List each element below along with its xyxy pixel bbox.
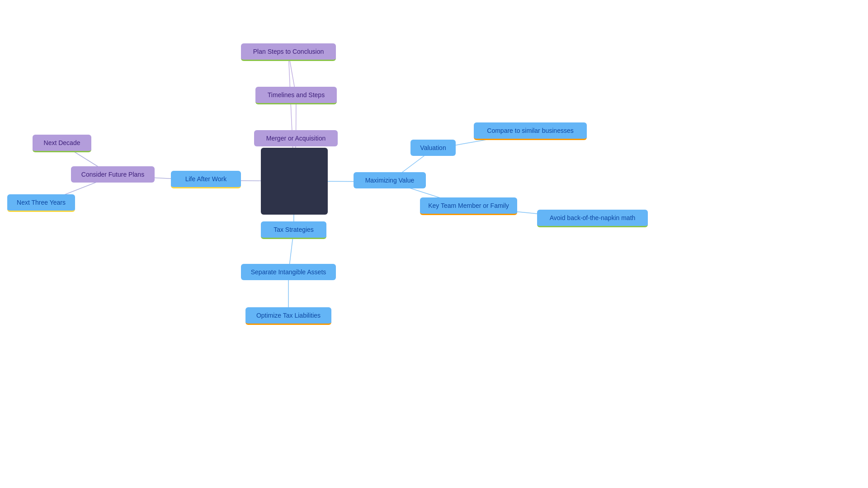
node-label-avoid-napkin: Avoid back-of-the-napkin math	[550, 214, 636, 221]
node-label-consider-future: Consider Future Plans	[81, 171, 144, 178]
node-label-tax-strategies: Tax Strategies	[274, 226, 314, 233]
node-label-next-decade: Next Decade	[44, 139, 80, 146]
node-label-optimize-tax: Optimize Tax Liabilities	[256, 312, 321, 319]
node-label-life-after-work: Life After Work	[185, 175, 227, 183]
node-label-plan-steps: Plan Steps to Conclusion	[253, 48, 324, 55]
node-optimize-tax[interactable]: Optimize Tax Liabilities	[245, 307, 331, 325]
mindmap-container: Plan Steps to ConclusionTimelines and St…	[0, 0, 868, 488]
node-avoid-napkin[interactable]: Avoid back-of-the-napkin math	[537, 210, 648, 227]
node-consider-future[interactable]: Consider Future Plans	[71, 166, 155, 183]
center-node[interactable]	[261, 148, 328, 215]
node-timelines[interactable]: Timelines and Steps	[255, 87, 337, 104]
node-tax-strategies[interactable]: Tax Strategies	[261, 221, 326, 239]
node-label-key-team-member: Key Team Member or Family	[428, 202, 509, 209]
node-key-team-member[interactable]: Key Team Member or Family	[420, 197, 517, 215]
node-label-merger: Merger or Acquisition	[266, 135, 326, 142]
node-life-after-work[interactable]: Life After Work	[171, 171, 241, 188]
node-next-decade[interactable]: Next Decade	[33, 135, 91, 152]
node-label-separate-intangible: Separate Intangible Assets	[251, 268, 326, 276]
node-label-next-three-years: Next Three Years	[17, 199, 66, 206]
node-plan-steps[interactable]: Plan Steps to Conclusion	[241, 43, 336, 61]
node-maximizing-value[interactable]: Maximizing Value	[354, 172, 426, 188]
node-merger[interactable]: Merger or Acquisition	[254, 130, 338, 146]
node-valuation[interactable]: Valuation	[410, 140, 456, 156]
node-label-timelines: Timelines and Steps	[268, 91, 325, 99]
connections-svg	[0, 0, 868, 488]
node-label-valuation: Valuation	[420, 144, 446, 151]
node-separate-intangible[interactable]: Separate Intangible Assets	[241, 264, 336, 280]
node-compare-similar[interactable]: Compare to similar businesses	[474, 122, 587, 140]
node-label-maximizing-value: Maximizing Value	[365, 177, 415, 184]
node-next-three-years[interactable]: Next Three Years	[7, 194, 75, 212]
node-label-compare-similar: Compare to similar businesses	[487, 127, 573, 134]
